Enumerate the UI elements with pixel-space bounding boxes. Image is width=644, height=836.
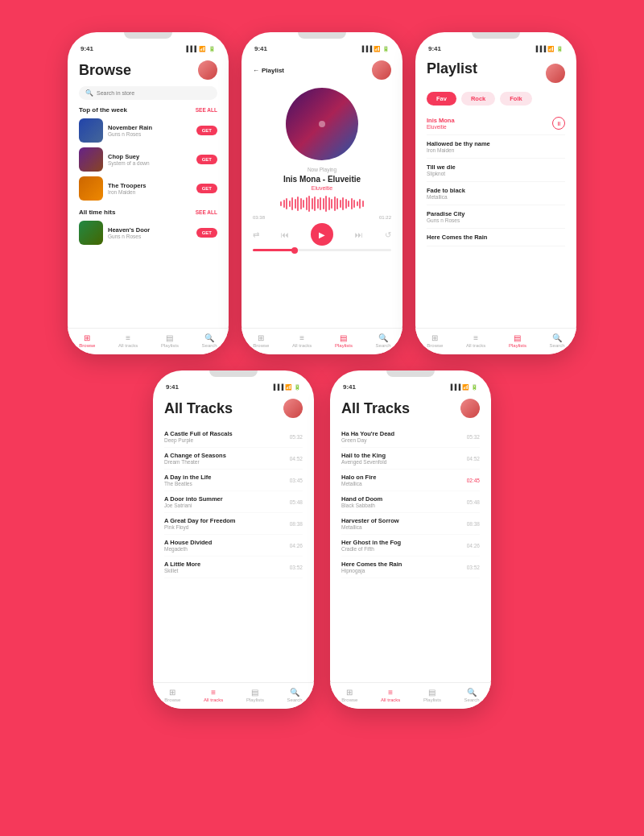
pt-artist-4: Guns n Roses [427, 217, 465, 223]
nav-search[interactable]: 🔍 Search [202, 333, 217, 348]
track-item-2: Chop Suey System of a down GET [79, 147, 217, 172]
at-item-0[interactable]: A Castle Full of Rascals Deep Purple 05:… [164, 426, 303, 448]
pt-info-0: Inis Mona Eluveitie [427, 117, 455, 130]
nav-playlists-3[interactable]: ▤ Playlists [509, 333, 526, 348]
playlist-track-1[interactable]: Hallowed be thy name Iron Maiden [427, 135, 565, 159]
pt-name-4: Paradise City [427, 210, 465, 217]
filter-folk[interactable]: Folk [500, 92, 531, 106]
playlist-track-2[interactable]: Till we die Slipknot [427, 159, 565, 182]
at2-item-2[interactable]: Halo on Fire Metallica 02:45 [341, 470, 480, 491]
at2-name-4: Harvester of Sorrow [341, 517, 399, 524]
at2-item-3[interactable]: Hand of Doom Black Sabbath 05:48 [341, 491, 480, 513]
nav-search-5[interactable]: 🔍 Search [464, 688, 480, 702]
at-name-0: A Castle Full of Rascals [164, 430, 233, 437]
at-item-4[interactable]: A Great Day for Freedom Pink Floyd 08:38 [164, 513, 303, 535]
nav-alltracks-4[interactable]: ≡ All tracks [204, 688, 223, 702]
at2-name-5: Her Ghost in the Fog [341, 539, 401, 546]
progress-bar[interactable] [253, 249, 391, 251]
at2-item-1[interactable]: Hail to the King Avenged Sevenfold 04:52 [341, 448, 480, 470]
get-btn-3[interactable]: GET [196, 184, 217, 193]
track-artist-4: Guns n Roses [108, 234, 192, 239]
home-icon-2: ⊞ [255, 333, 266, 341]
avatar[interactable] [198, 60, 217, 80]
at2-duration-6: 03:52 [467, 565, 480, 570]
at2-name-2: Halo on Fire [341, 474, 376, 481]
playlist-list-header: Playlist [427, 60, 565, 85]
controls-row: ⇄ ⏮ ▶ ⏭ ↺ [253, 223, 391, 246]
at-item-5[interactable]: A House Divided Megadeth 04:26 [164, 535, 303, 557]
shuffle-icon[interactable]: ⇄ [253, 230, 259, 239]
at-item-3[interactable]: A Door into Summer Joe Satriani 05:48 [164, 491, 303, 513]
nav-playlists-2[interactable]: ▤ Playlists [335, 333, 353, 348]
at-item-1[interactable]: A Change of Seasons Dream Theater 04:52 [164, 448, 303, 470]
track-name-3: The Troopers [108, 182, 192, 189]
nav-playlists-5[interactable]: ▤ Playlists [423, 688, 441, 702]
nav-alltracks[interactable]: ≡ All tracks [118, 333, 138, 348]
nav-alltracks-2[interactable]: ≡ All tracks [292, 333, 312, 348]
nav-browse-2[interactable]: ⊞ Browse [253, 333, 269, 348]
at-item-6[interactable]: A Little More Skillet 03:52 [164, 557, 303, 578]
track-item-3: The Troopers Iron Maiden GET [79, 176, 217, 201]
player-bottom-nav: ⊞ Browse ≡ All tracks ▤ Playlists 🔍 Sear… [242, 328, 402, 354]
track-artist-2: System of a down [108, 160, 192, 166]
browse-screen: Browse 🔍 Top of the week SEE ALL Novembe… [68, 54, 229, 328]
see-all-1[interactable]: SEE ALL [196, 107, 217, 113]
at2-duration-2: 02:45 [467, 478, 480, 483]
at2-item-0[interactable]: Ha Ha You're Dead Green Day 05:32 [341, 426, 480, 448]
pt-name-2: Till we die [427, 163, 456, 171]
nav-alltracks-3[interactable]: ≡ All tracks [466, 333, 485, 348]
next-icon[interactable]: ⏭ [355, 230, 363, 239]
search-box[interactable]: 🔍 [79, 86, 217, 100]
at2-name-6: Here Comes the Rain [341, 561, 402, 568]
alltracks2-screen: All Tracks Ha Ha You're Dead Green Day 0… [330, 392, 491, 682]
nav-search-4[interactable]: 🔍 Search [287, 688, 303, 702]
at2-artist-0: Green Day [341, 437, 394, 443]
nav-browse[interactable]: ⊞ Browse [79, 333, 95, 348]
at2-item-6[interactable]: Here Comes the Rain Hipnogaja 03:52 [341, 557, 480, 578]
filter-rock[interactable]: Rock [461, 92, 495, 106]
nav-browse-5[interactable]: ⊞ Browse [341, 688, 357, 702]
at-artist-0: Deep Purple [164, 437, 233, 443]
nav-search-3[interactable]: 🔍 Search [550, 333, 565, 348]
nav-alltracks-5[interactable]: ≡ All tracks [381, 688, 400, 702]
playlist-track-4[interactable]: Paradise City Guns n Roses [427, 205, 565, 229]
get-btn-4[interactable]: GET [196, 228, 217, 238]
track-info-2: Chop Suey System of a down [108, 153, 192, 166]
at-artist-1: Dream Theater [164, 459, 226, 465]
get-btn-2[interactable]: GET [196, 155, 217, 164]
at2-duration-4: 08:38 [467, 521, 480, 527]
nav-browse-3[interactable]: ⊞ Browse [427, 333, 443, 348]
nav-playlists-4[interactable]: ▤ Playlists [246, 688, 264, 702]
alltracks1-avatar[interactable] [283, 399, 303, 418]
at-item-2[interactable]: A Day in the Life The Beatles 03:45 [164, 470, 303, 491]
player-avatar[interactable] [372, 60, 391, 80]
filter-fav[interactable]: Fav [427, 92, 456, 106]
prev-icon[interactable]: ⏮ [281, 230, 289, 239]
at-artist-4: Pink Floyd [164, 524, 236, 530]
home-icon-3: ⊞ [429, 333, 440, 341]
tracks-icon-5: ≡ [385, 688, 396, 696]
playlist-track-0[interactable]: Inis Mona Eluveitie ⏸ [427, 112, 565, 135]
pt-name-3: Fade to black [427, 187, 465, 194]
back-button[interactable]: ← Playlist [253, 67, 284, 74]
at2-duration-0: 05:32 [467, 434, 480, 440]
nav-browse-4[interactable]: ⊞ Browse [164, 688, 180, 702]
alltracks2-avatar[interactable] [460, 399, 480, 418]
search-input[interactable] [97, 90, 211, 96]
nav-playlists[interactable]: ▤ Playlists [161, 333, 179, 348]
pt-artist-3: Metallica [427, 194, 465, 200]
at-duration-6: 03:52 [290, 565, 303, 570]
player-header: ← Playlist [253, 60, 391, 80]
play-button[interactable]: ▶ [311, 223, 333, 246]
see-all-2[interactable]: SEE ALL [196, 209, 217, 215]
at2-item-4[interactable]: Harvester of Sorrow Metallica 08:38 [341, 513, 480, 535]
get-btn-1[interactable]: GET [196, 126, 217, 135]
playlist-avatar[interactable] [546, 64, 565, 83]
repeat-icon[interactable]: ↺ [385, 230, 391, 239]
at2-item-5[interactable]: Her Ghost in the Fog Cradle of Fifth 04:… [341, 535, 480, 557]
search-nav-icon-2: 🔍 [378, 333, 389, 341]
nav-search-2[interactable]: 🔍 Search [376, 333, 391, 348]
playlist-track-5[interactable]: Here Comes the Rain [427, 229, 565, 246]
playlist-track-3[interactable]: Fade to black Metallica [427, 182, 565, 205]
track-name-1: November Rain [108, 124, 192, 131]
